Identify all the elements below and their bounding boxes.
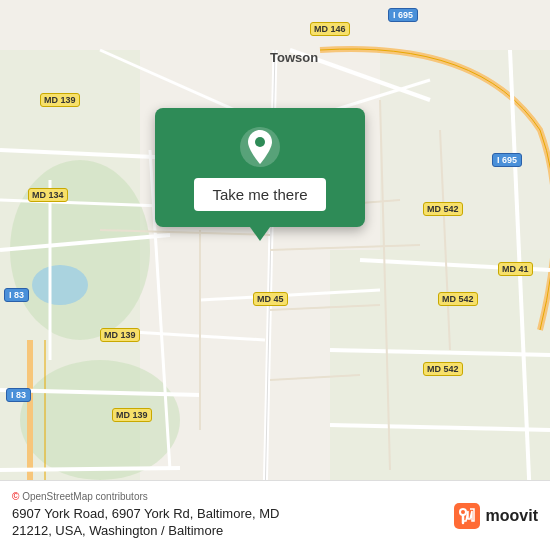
svg-rect-2 bbox=[380, 50, 550, 250]
badge-md146: MD 146 bbox=[310, 22, 350, 36]
badge-i83-1: I 83 bbox=[4, 288, 29, 302]
svg-point-34 bbox=[255, 137, 265, 147]
badge-i83-2: I 83 bbox=[6, 388, 31, 402]
badge-i695-right: I 695 bbox=[492, 153, 522, 167]
badge-md139-bottom2: MD 139 bbox=[112, 408, 152, 422]
badge-md134: MD 134 bbox=[28, 188, 68, 202]
bottom-bar-left: © OpenStreetMap contributors 6907 York R… bbox=[12, 491, 279, 540]
badge-md45: MD 45 bbox=[253, 292, 288, 306]
take-me-there-button[interactable]: Take me there bbox=[194, 178, 325, 211]
osm-text: OpenStreetMap contributors bbox=[22, 491, 148, 502]
copyright-symbol: © bbox=[12, 491, 19, 502]
svg-point-4 bbox=[20, 360, 180, 480]
badge-md139-left: MD 139 bbox=[40, 93, 80, 107]
svg-point-1 bbox=[10, 160, 150, 340]
bottom-info-bar: © OpenStreetMap contributors 6907 York R… bbox=[0, 480, 550, 550]
badge-i695-top: I 695 bbox=[388, 8, 418, 22]
osm-attribution: © OpenStreetMap contributors bbox=[12, 491, 279, 502]
map-container: Towson I 695 I 695 MD 146 MD 139 MD 139 … bbox=[0, 0, 550, 550]
badge-md139-bottom1: MD 139 bbox=[100, 328, 140, 342]
moovit-logo: moovit bbox=[452, 501, 538, 531]
moovit-icon bbox=[452, 501, 482, 531]
map-roads-svg bbox=[0, 0, 550, 550]
badge-md542-3: MD 542 bbox=[423, 362, 463, 376]
location-popup: Take me there bbox=[155, 108, 365, 227]
badge-md542-1: MD 542 bbox=[423, 202, 463, 216]
address-text: 6907 York Road, 6907 York Rd, Baltimore,… bbox=[12, 506, 279, 540]
moovit-brand-text: moovit bbox=[486, 507, 538, 525]
svg-point-37 bbox=[461, 510, 465, 514]
badge-md542-2: MD 542 bbox=[438, 292, 478, 306]
svg-point-5 bbox=[32, 265, 88, 305]
location-pin-icon bbox=[239, 126, 281, 168]
svg-line-10 bbox=[0, 468, 180, 470]
badge-md41: MD 41 bbox=[498, 262, 533, 276]
